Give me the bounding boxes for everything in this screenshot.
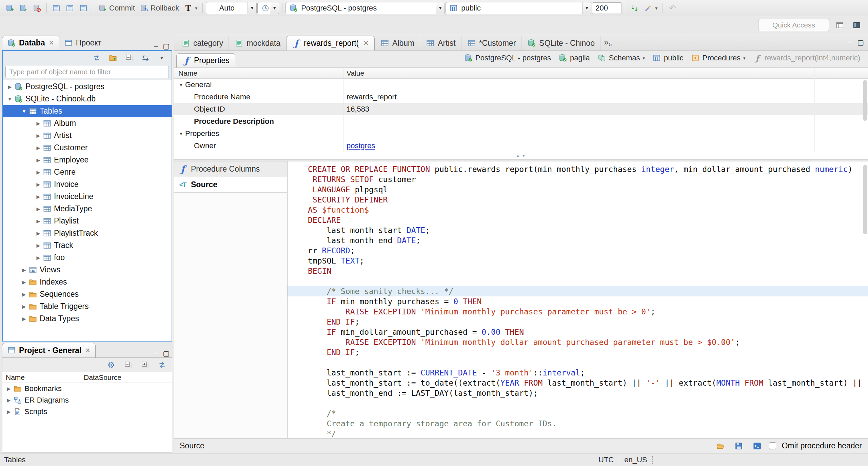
collapse-all-button[interactable] <box>123 53 136 63</box>
breadcrumb-item-postgresql-postgres[interactable]: PostgreSQL - postgres <box>461 54 554 62</box>
transaction-time-combo[interactable]: ▼ <box>257 2 279 14</box>
close-icon[interactable]: ✕ <box>363 39 369 47</box>
code-line[interactable]: Create a temporary storage area for Cust… <box>288 419 868 429</box>
expand-arrow-icon[interactable]: ▶ <box>20 304 28 309</box>
close-icon[interactable]: ✕ <box>49 39 54 47</box>
expand-arrow-icon[interactable]: ▶ <box>34 170 43 175</box>
code-line[interactable] <box>288 357 868 368</box>
editor-tab-album[interactable]: Album <box>375 36 420 51</box>
breadcrumb-item-pagila[interactable]: pagila <box>555 54 593 62</box>
project-item-scripts[interactable]: ▶Scripts <box>2 406 172 418</box>
tab-project-general[interactable]: Project - General✕ <box>2 343 96 357</box>
code-line[interactable] <box>288 398 868 408</box>
tree-item-indexes[interactable]: ▶Indexes <box>3 276 172 288</box>
expand-arrow-icon[interactable]: ▶ <box>4 397 13 403</box>
code-line[interactable]: last_month_start := to_date((extract(YEA… <box>288 378 868 388</box>
new-folder-button[interactable] <box>106 53 119 63</box>
code-line[interactable]: DECLARE <box>288 215 868 225</box>
rollback-button[interactable]: Rollback <box>138 2 181 15</box>
property-row-object-id[interactable]: Object ID16,583 <box>174 103 868 115</box>
configure-button[interactable]: ⚙ <box>105 360 118 370</box>
tab-проект[interactable]: Проект <box>59 36 106 50</box>
expand-arrow-icon[interactable]: ▶ <box>20 292 28 297</box>
code-line[interactable]: IF min_dollar_amount_purchased = 0.00 TH… <box>288 327 868 337</box>
schema-combo[interactable]: public▼ <box>446 2 591 14</box>
group-expand-icon[interactable]: ▼ <box>177 131 185 136</box>
tree-item-playlist[interactable]: ▶Playlist <box>3 215 172 227</box>
tree-item-track[interactable]: ▶Track <box>3 239 172 252</box>
sql-console-button[interactable] <box>77 2 90 15</box>
tree-item-sequences[interactable]: ▶Sequences <box>3 288 172 300</box>
maximize-button[interactable]: ▢ <box>163 349 170 357</box>
breadcrumb-item-procedures[interactable]: Procedures▾ <box>688 54 749 62</box>
expand-arrow-icon[interactable]: ▼ <box>5 96 14 102</box>
link-with-editor-button[interactable] <box>90 53 103 63</box>
tree-item-data-types[interactable]: ▶Data Types <box>3 313 172 325</box>
editor-tab-sqlite-chinoo[interactable]: SQLite - Chinoo <box>521 36 600 51</box>
minimize-button[interactable]: – <box>154 42 158 50</box>
breadcrumb-item-rewards_report-int4-numeric[interactable]: ƒrewards_report(int4,numeric) <box>750 54 863 62</box>
property-row-owner[interactable]: Ownerpostgres <box>174 140 868 152</box>
code-line[interactable]: tmpSQL TEXT; <box>288 256 868 266</box>
code-content[interactable]: CREATE OR REPLACE FUNCTION public.reward… <box>288 161 868 438</box>
minimize-button[interactable]: – <box>154 349 158 357</box>
editor-tab-category[interactable]: category <box>176 36 229 51</box>
fetch-rows-button[interactable] <box>628 2 641 15</box>
dbeaver-perspective-button[interactable] <box>850 20 863 31</box>
code-line[interactable]: BEGIN <box>288 266 868 276</box>
object-filter-input[interactable] <box>5 66 169 78</box>
code-line[interactable]: last_month_end := LAST_DAY(last_month_st… <box>288 388 868 398</box>
editor-tab-artist[interactable]: Artist <box>420 36 461 51</box>
property-row-procedure-name[interactable]: Procedure Namerewards_report <box>174 91 868 103</box>
editor-tab-mockdata[interactable]: mockdata <box>229 36 286 51</box>
grid-collapse-bar[interactable]: ▲ ▼ <box>174 152 868 159</box>
property-row-properties[interactable]: ▼Properties <box>174 128 868 140</box>
code-line[interactable]: rr RECORD; <box>288 246 868 256</box>
tree-item-playlisttrack[interactable]: ▶PlaylistTrack <box>3 227 172 239</box>
expand-arrow-icon[interactable]: ▶ <box>34 145 43 151</box>
load-from-file-button[interactable] <box>714 441 727 451</box>
code-line[interactable]: AS $function$ <box>288 205 868 215</box>
breadcrumb-item-schemas[interactable]: Schemas▾ <box>594 54 648 62</box>
group-expand-icon[interactable]: ▼ <box>177 82 185 88</box>
code-line[interactable]: IF min_monthly_purchases = 0 THEN <box>288 296 868 307</box>
column-divider[interactable] <box>84 373 84 382</box>
tree-item-tables[interactable]: ▼Tables <box>3 105 172 117</box>
format-tools-button[interactable]: ▾ <box>642 2 659 15</box>
tree-item-customer[interactable]: ▶Customer <box>3 142 172 154</box>
commit-button[interactable]: Commit <box>96 2 137 15</box>
subtab-source[interactable]: <TSource <box>174 177 287 193</box>
code-line[interactable]: last_month_end DATE; <box>288 235 868 246</box>
code-line[interactable]: CREATE OR REPLACE FUNCTION public.reward… <box>288 164 868 174</box>
code-line[interactable]: LANGUAGE plpgsql <box>288 185 868 195</box>
maximize-button[interactable]: ▢ <box>163 42 170 50</box>
tree-item-postgresql-postgres[interactable]: ▶PostgreSQL - postgres <box>3 81 172 93</box>
commit-mode-combo[interactable]: Auto▼ <box>206 2 257 14</box>
editor-tab-customer[interactable]: *Customer <box>461 36 522 51</box>
tab-overflow-button[interactable]: »5 <box>600 37 615 47</box>
expand-arrow-icon[interactable]: ▶ <box>34 194 43 199</box>
code-line[interactable]: /* <box>288 408 868 419</box>
code-line[interactable]: /* Some sanity checks... */ <box>288 286 868 296</box>
tab-properties[interactable]: ƒ Properties <box>176 53 235 67</box>
grid-column-divider[interactable] <box>343 68 343 152</box>
code-line[interactable]: RAISE EXCEPTION 'Minimum monthly purchas… <box>288 307 868 317</box>
project-item-bookmarks[interactable]: ▶Bookmarks <box>2 383 172 394</box>
property-row-general[interactable]: ▼General <box>174 79 868 91</box>
save-to-file-button[interactable] <box>732 441 745 451</box>
breadcrumb-item-public[interactable]: public <box>649 54 686 62</box>
code-scrollbar[interactable] <box>863 165 867 234</box>
expand-arrow-icon[interactable]: ▶ <box>5 84 14 90</box>
tree-item-sqlite-chinook-db[interactable]: ▼SQLite - Chinook.db <box>3 93 172 105</box>
tree-item-genre[interactable]: ▶Genre <box>3 166 172 178</box>
project-item-er-diagrams[interactable]: ▶ER Diagrams <box>2 394 172 406</box>
expand-arrow-icon[interactable]: ▶ <box>34 255 43 260</box>
view-menu-button[interactable]: ▾ <box>155 53 168 63</box>
code-line[interactable] <box>288 276 868 286</box>
link-with-editor-button[interactable] <box>156 360 169 370</box>
code-line[interactable]: last_month_start DATE; <box>288 225 868 235</box>
property-value-link[interactable]: postgres <box>347 141 375 150</box>
close-icon[interactable]: ✕ <box>85 347 91 354</box>
maximize-button[interactable]: ▢ <box>857 38 864 46</box>
connect-button[interactable] <box>17 2 30 15</box>
